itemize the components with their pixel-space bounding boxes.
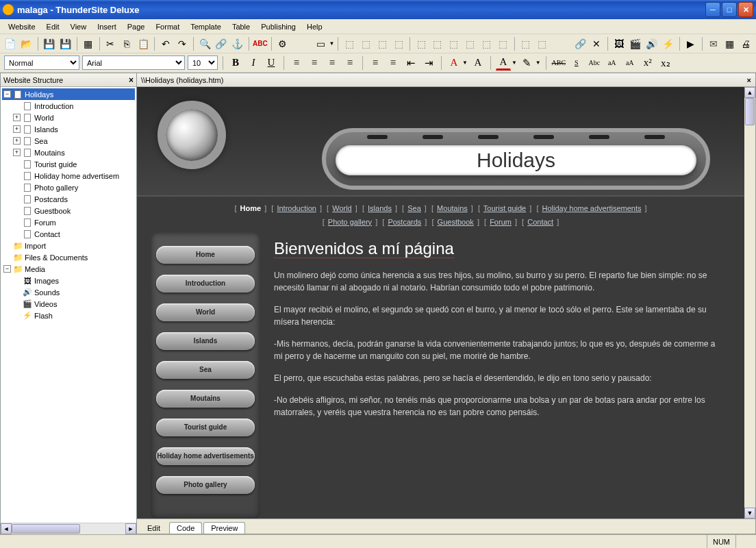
underline2-button[interactable]: S <box>569 55 584 71</box>
align2-icon[interactable]: ⬚ <box>430 36 445 51</box>
link-icon[interactable]: 🔗 <box>214 36 229 51</box>
editor-vscrollbar[interactable]: ▲ ▼ <box>744 87 755 519</box>
side-nav-moutains[interactable]: Moutains <box>156 390 255 408</box>
print-icon[interactable]: 🖨 <box>738 36 753 51</box>
tree-item-world[interactable]: +World <box>2 112 135 123</box>
align1-icon[interactable]: ⬚ <box>414 36 429 51</box>
tree-item-flash[interactable]: ⚡Flash <box>2 310 135 321</box>
case2-button[interactable]: aA <box>622 55 638 71</box>
nav-link[interactable]: Tourist guide <box>483 204 526 212</box>
align5-icon[interactable]: ⬚ <box>479 36 494 51</box>
tree-item-media[interactable]: −📁Media <box>2 263 135 275</box>
nav-link[interactable]: Forum <box>490 218 512 226</box>
tree-item-forum[interactable]: Forum <box>2 216 135 228</box>
link2-icon[interactable]: 🔗 <box>572 36 588 51</box>
case1-button[interactable]: aA <box>605 55 620 71</box>
menu-publishing[interactable]: Publishing <box>255 21 301 33</box>
spellcheck-icon[interactable]: ABC <box>253 36 268 51</box>
nav-link[interactable]: Moutains <box>437 204 468 212</box>
side-nav-introduction[interactable]: Introduction <box>156 275 255 292</box>
align6-icon[interactable]: ⬚ <box>496 36 511 51</box>
copy-icon[interactable]: ⎘ <box>119 36 134 51</box>
redo-icon[interactable]: ↷ <box>175 36 190 51</box>
text-color-button[interactable]: A <box>496 55 511 71</box>
side-nav-holiday-home-advertisements[interactable]: Holiday home advertisements <box>156 447 255 465</box>
editor-tab-preview[interactable]: Preview <box>203 522 245 534</box>
open-icon[interactable]: 📂 <box>19 36 34 51</box>
nav-link[interactable]: Contact <box>527 218 553 226</box>
bold-button[interactable]: B <box>228 55 243 71</box>
list-bullet-button[interactable]: ≡ <box>386 55 401 71</box>
nav-link[interactable]: Photo gallery <box>328 218 372 226</box>
unlink-icon[interactable]: ✕ <box>589 36 604 51</box>
audio-icon[interactable]: 🔊 <box>644 36 659 51</box>
tree-item-holiday-home-advertisem[interactable]: Holiday home advertisem <box>2 170 135 182</box>
menu-insert[interactable]: Insert <box>92 21 122 33</box>
underline-button[interactable]: U <box>264 55 279 71</box>
font-select[interactable]: Arial <box>82 55 185 70</box>
italic-button[interactable]: I <box>246 55 261 71</box>
tree-close-button[interactable]: × <box>129 75 134 85</box>
align-center-button[interactable]: ≡ <box>307 55 322 71</box>
align4-icon[interactable]: ⬚ <box>463 36 478 51</box>
nav-link[interactable]: World <box>332 204 352 212</box>
align3-icon[interactable]: ⬚ <box>446 36 462 51</box>
tree-item-holidays[interactable]: −Holidays <box>2 88 135 100</box>
tree-item-moutains[interactable]: +Moutains <box>2 147 135 158</box>
size-select[interactable]: 10 <box>188 55 218 70</box>
list-num-button[interactable]: ≡ <box>368 55 383 71</box>
menu-table[interactable]: Table <box>227 21 255 33</box>
tree-item-guestbook[interactable]: Guestbook <box>2 205 135 216</box>
tree-item-files-&-documents[interactable]: 📁Files & Documents <box>2 251 135 263</box>
preview-icon[interactable]: ▶ <box>683 36 698 51</box>
menu-website[interactable]: Website <box>3 21 41 33</box>
group2-icon[interactable]: ⬚ <box>358 36 373 51</box>
editor-tab-code[interactable]: Code <box>169 522 202 534</box>
highlight-button[interactable]: ✎ <box>520 55 535 71</box>
strike-button[interactable]: ABC <box>551 55 566 71</box>
minimize-button[interactable]: ─ <box>705 2 720 17</box>
tree-item-photo-gallery[interactable]: Photo gallery <box>2 182 135 193</box>
new-icon[interactable]: 📄 <box>3 36 18 51</box>
config-icon[interactable]: ⚙ <box>275 36 290 51</box>
tree-item-tourist-guide[interactable]: Tourist guide <box>2 158 135 170</box>
site-preview[interactable]: Holidays [ Home ] [ Introduction ] [ Wor… <box>137 87 744 519</box>
find-icon[interactable]: 🔍 <box>197 36 212 51</box>
tree-body[interactable]: −HolidaysIntroduction+World+Islands+Sea+… <box>1 87 136 523</box>
align-left-button[interactable]: ≡ <box>289 55 304 71</box>
font-color-button[interactable]: A <box>446 55 462 71</box>
subscript-button[interactable]: x₂ <box>658 55 673 71</box>
group3-icon[interactable]: ⬚ <box>375 36 390 51</box>
tree-item-sea[interactable]: +Sea <box>2 135 135 147</box>
side-nav-sea[interactable]: Sea <box>156 361 255 379</box>
superscript-button[interactable]: x² <box>640 55 655 71</box>
menu-edit[interactable]: Edit <box>41 21 65 33</box>
rect-icon[interactable]: ▭ <box>314 36 329 51</box>
form-icon[interactable]: ▦ <box>722 36 737 51</box>
nav-link[interactable]: Guestbook <box>438 218 474 226</box>
tree-item-import[interactable]: 📁Import <box>2 240 135 251</box>
content-area[interactable]: Bienvenidos a mí página Un molinero dejó… <box>274 232 731 519</box>
nav-link[interactable]: Holiday home advertisements <box>542 204 642 212</box>
menu-view[interactable]: View <box>65 21 92 33</box>
editor-body[interactable]: Holidays [ Home ] [ Introduction ] [ Wor… <box>137 87 755 519</box>
group4-icon[interactable]: ⬚ <box>391 36 406 51</box>
menu-help[interactable]: Help <box>301 21 328 33</box>
tree-item-images[interactable]: 🖼Images <box>2 275 135 286</box>
anchor-icon[interactable]: ⚓ <box>230 36 245 51</box>
image-icon[interactable]: 🖼 <box>612 36 627 51</box>
side-nav-tourist-guide[interactable]: Tourist guide <box>156 419 255 436</box>
side-nav-islands[interactable]: Islands <box>156 332 255 350</box>
nav-link[interactable]: Islands <box>368 204 392 212</box>
undo-icon[interactable]: ↶ <box>158 36 173 51</box>
indent-button[interactable]: ⇥ <box>421 55 436 71</box>
side-nav-home[interactable]: Home <box>156 246 255 264</box>
properties-icon[interactable]: ▦ <box>81 36 96 51</box>
side-nav-photo-gallery[interactable]: Photo gallery <box>156 476 255 494</box>
align-right-button[interactable]: ≡ <box>325 55 340 71</box>
style-select[interactable]: Normal <box>4 55 79 70</box>
flash-icon[interactable]: ⚡ <box>661 36 676 51</box>
tree-hscrollbar[interactable]: ◄ ► <box>1 523 136 534</box>
align-justify-button[interactable]: ≡ <box>342 55 357 71</box>
layer2-icon[interactable]: ⬚ <box>534 36 549 51</box>
